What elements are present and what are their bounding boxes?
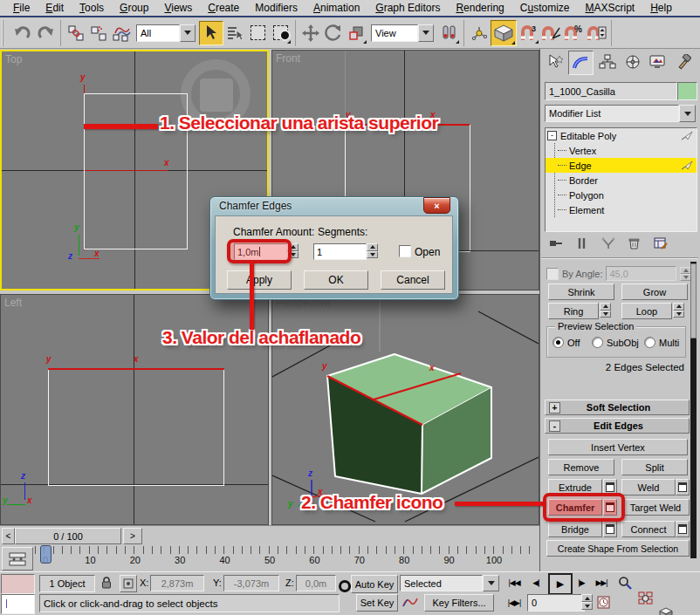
zoom-button[interactable] (615, 575, 634, 591)
connect-settings-button[interactable] (676, 521, 690, 537)
make-unique-button[interactable] (599, 236, 617, 251)
by-angle-spinner[interactable] (680, 267, 691, 281)
spinner-snap-button[interactable] (585, 22, 607, 44)
select-and-manipulate-button[interactable] (468, 22, 491, 44)
key-mode-toggle-button[interactable]: |◀▶| (504, 596, 524, 609)
modifier-list-arrow[interactable] (679, 105, 696, 122)
time-slider-handle[interactable]: 0 / 100 (15, 528, 121, 544)
loop-button[interactable]: Loop (621, 303, 672, 319)
frame-marker[interactable] (40, 545, 51, 564)
window-crossing-toggle-button[interactable] (269, 22, 292, 44)
menu-help[interactable]: Help (642, 1, 680, 15)
segments-spinner[interactable] (367, 243, 378, 258)
by-angle-field[interactable]: 45,0 (606, 266, 676, 281)
tab-motion[interactable] (621, 51, 644, 73)
bridge-button[interactable]: Bridge (548, 521, 602, 537)
selection-filter-arrow[interactable] (180, 24, 196, 42)
bind-to-space-warp-button[interactable] (110, 22, 133, 44)
radio-off-icon[interactable] (552, 337, 564, 348)
previous-frame-button[interactable]: ◀| (527, 576, 545, 590)
tab-utilities[interactable] (671, 51, 695, 73)
menu-views[interactable]: Views (156, 1, 200, 15)
segments-input[interactable]: 1 (313, 243, 367, 260)
select-and-link-button[interactable] (65, 22, 87, 44)
key-filters-button[interactable]: Key Filters... (424, 594, 494, 612)
rectangular-selection-region-button[interactable] (246, 22, 269, 44)
select-and-rotate-button[interactable] (322, 22, 345, 44)
collapse-toggle-icon[interactable]: - (547, 131, 557, 140)
maxscript-mini-listener-pink[interactable] (1, 574, 35, 594)
tab-display[interactable] (646, 51, 669, 73)
stack-item-edge-selected[interactable]: Edge (546, 158, 697, 173)
default-in-out-tangents-button[interactable] (400, 594, 421, 610)
radio-multi-icon[interactable] (644, 337, 655, 348)
select-by-name-button[interactable] (223, 22, 246, 44)
reference-coordinate-arrow[interactable] (418, 24, 434, 42)
select-object-button[interactable] (199, 21, 223, 45)
soft-selection-rollout[interactable]: + Soft Selection (545, 400, 690, 415)
ring-spinner[interactable] (600, 303, 611, 318)
spinner-down-icon[interactable] (367, 251, 378, 259)
remove-modifier-button[interactable] (625, 236, 643, 251)
radio-subobj-icon[interactable] (592, 337, 603, 348)
go-to-end-button[interactable]: ▶▶| (592, 576, 611, 590)
target-weld-button[interactable]: Target Weld (621, 499, 690, 516)
ring-button[interactable]: Ring (548, 303, 599, 319)
absolute-offset-mode-button[interactable] (120, 575, 137, 592)
maxscript-mini-listener-white[interactable] (1, 594, 35, 614)
remove-button[interactable]: Remove (548, 459, 614, 475)
menu-tools[interactable]: Tools (72, 1, 112, 15)
x-coord-field[interactable]: 2,873m (150, 575, 204, 591)
dialog-close-button[interactable]: × (423, 197, 450, 214)
stack-item-editable-poly[interactable]: - Editable Poly (546, 128, 697, 143)
time-slider-track[interactable]: < 0 / 100 > (0, 525, 539, 545)
menu-maxscript[interactable]: MAXScript (578, 1, 643, 15)
menu-rendering[interactable]: Rendering (448, 1, 511, 15)
preview-multi-radio[interactable]: Multi (644, 337, 679, 348)
reference-coordinate-dropdown[interactable]: View (371, 24, 434, 42)
spinner-up-icon[interactable] (367, 243, 378, 251)
object-color-swatch[interactable] (677, 82, 697, 100)
stack-item-polygon[interactable]: Polygon (546, 188, 697, 202)
selection-filter-dropdown[interactable]: All (136, 24, 196, 42)
menu-customize[interactable]: Customize (512, 1, 578, 15)
show-end-result-button[interactable] (573, 236, 591, 251)
set-key-button[interactable]: Set Key (356, 594, 398, 612)
weld-settings-button[interactable] (676, 479, 690, 495)
split-button[interactable]: Split (621, 459, 688, 475)
snaps-toggle-button[interactable] (491, 20, 517, 46)
zoom-all-button[interactable] (636, 591, 655, 606)
go-to-start-button[interactable]: |◀◀ (504, 576, 524, 590)
select-and-scale-button[interactable] (345, 22, 367, 44)
stack-item-element[interactable]: Element (546, 202, 697, 217)
loop-spinner[interactable] (673, 303, 684, 318)
z-coord-field[interactable]: 0,0m (296, 575, 336, 591)
open-checkbox[interactable] (399, 245, 411, 257)
use-pivot-point-center-button[interactable] (437, 22, 460, 44)
menu-grapheditors[interactable]: Graph Editors (367, 1, 448, 15)
time-slider-prev-button[interactable]: < (2, 528, 15, 544)
time-slider-next-button[interactable]: > (123, 528, 142, 544)
menu-create[interactable]: Create (200, 1, 247, 15)
current-frame-field[interactable]: 0 (527, 594, 585, 612)
pin-stack-button[interactable] (546, 236, 565, 251)
menu-edit[interactable]: Edit (38, 1, 72, 15)
toolbar-handle[interactable] (2, 20, 9, 46)
edit-edges-rollout[interactable]: - Edit Edges (545, 418, 690, 434)
selection-lock-button[interactable] (99, 575, 114, 591)
create-shape-button[interactable]: Create Shape From Selection (546, 540, 690, 557)
open-mini-curve-editor-button[interactable] (2, 547, 33, 571)
auto-key-button[interactable]: Auto Key (351, 575, 398, 593)
cancel-button[interactable]: Cancel (381, 270, 445, 290)
bridge-settings-button[interactable] (603, 521, 617, 537)
apply-button[interactable]: Apply (227, 270, 292, 290)
redo-button[interactable] (34, 22, 57, 44)
unlink-selection-button[interactable] (87, 22, 110, 44)
connect-button[interactable]: Connect (621, 521, 676, 537)
modifier-list-dropdown[interactable]: Modifier List (545, 105, 696, 122)
time-configuration-button[interactable] (595, 595, 611, 610)
stack-item-border[interactable]: Border (546, 173, 697, 188)
object-name-field[interactable]: 1_1000_Casilla (545, 82, 677, 100)
next-frame-button[interactable]: |▶ (573, 576, 590, 590)
configure-modifier-sets-button[interactable] (651, 236, 669, 251)
